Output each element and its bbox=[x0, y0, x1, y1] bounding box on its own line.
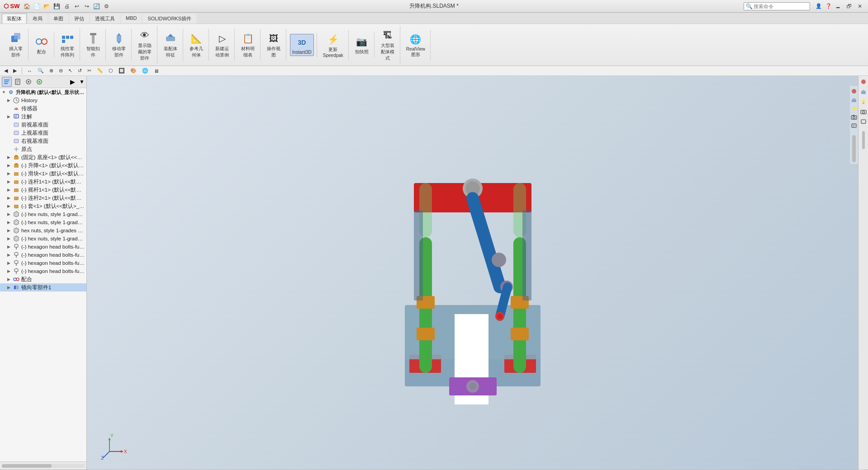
user-icon[interactable]: 👤 bbox=[816, 3, 822, 9]
appearance-btn[interactable]: 🎨 bbox=[128, 67, 139, 75]
show-hide-btn[interactable]: 👁 显示隐藏的零部件 bbox=[135, 27, 154, 63]
new-btn[interactable]: 📄 bbox=[33, 2, 42, 11]
rp-camera-btn[interactable] bbox=[859, 108, 868, 116]
insert-component-btn[interactable]: 插入零部件 bbox=[6, 30, 25, 60]
ft-config-manager-btn[interactable] bbox=[24, 77, 33, 87]
rebuild-btn[interactable]: 🔄 bbox=[92, 2, 101, 11]
rp-light-btn[interactable] bbox=[859, 98, 868, 106]
display-mode-btn[interactable]: 🖥 bbox=[152, 67, 161, 75]
section-view-btn[interactable]: ✂ bbox=[85, 67, 94, 75]
wireframe-btn[interactable]: ⬡ bbox=[106, 67, 115, 75]
ft-hexbolt3-item[interactable]: ▶ (-) hexagon head bolts-full threa... bbox=[0, 259, 86, 267]
zoom-fit-btn[interactable]: 🔍 bbox=[35, 67, 46, 75]
measure-btn[interactable]: 📏 bbox=[95, 67, 105, 75]
search-box[interactable]: 🔍 bbox=[744, 2, 810, 10]
snapshot-btn[interactable]: 📷 拍快照 bbox=[352, 33, 371, 56]
ft-hexnut3-item[interactable]: ▶ hex nuts, style 1-grades ab gl... bbox=[0, 226, 86, 235]
ft-property-manager-btn[interactable] bbox=[13, 77, 23, 87]
ft-lift-item[interactable]: ▶ (-) 升降<1> (默认<<默认>_显示状... bbox=[0, 161, 86, 169]
redo-btn[interactable]: ↪ bbox=[82, 2, 91, 11]
restore-btn[interactable]: 🗗 bbox=[844, 2, 854, 11]
ft-filter-icon[interactable]: ▼ bbox=[79, 79, 85, 85]
help-icon[interactable]: ❓ bbox=[825, 3, 832, 9]
ft-sleeve-icon bbox=[13, 202, 20, 210]
ft-sensor-item[interactable]: 传感器 bbox=[0, 104, 86, 113]
bom-btn[interactable]: 📋 材料明细表 bbox=[238, 30, 257, 60]
ft-mirror-icon bbox=[13, 284, 20, 291]
move-component-btn[interactable]: 移动零部件 bbox=[109, 30, 128, 60]
rp-scene-btn[interactable] bbox=[859, 88, 868, 96]
ft-history-item[interactable]: ▶ History bbox=[0, 96, 86, 104]
ft-slider-arrow: ▶ bbox=[7, 171, 13, 176]
rp-display-state-btn[interactable] bbox=[859, 118, 868, 126]
ft-right-plane-item[interactable]: 右视基准面 bbox=[0, 137, 86, 145]
ft-hexbolt2-item[interactable]: ▶ (-) hexagon head bolts-full threa... bbox=[0, 251, 86, 259]
ft-base-item[interactable]: ▶ (固定) 底座<1> (默认<<默认>_显示状... bbox=[0, 153, 86, 161]
new-motion-btn[interactable]: ▷ 新建运动算例 bbox=[213, 30, 232, 60]
rp-appearance-btn[interactable] bbox=[859, 78, 868, 86]
ft-link2-label: (-) 连杆2<1> (默认<<默认>_显示状... bbox=[21, 195, 85, 202]
tab-plugins[interactable]: SOLIDWORKS插件 bbox=[142, 14, 196, 24]
tab-layout[interactable]: 布局 bbox=[28, 14, 47, 24]
smart-fastener-btn[interactable]: 智能扣件 bbox=[84, 30, 103, 60]
ft-top-plane-item[interactable]: 上视基准面 bbox=[0, 129, 86, 137]
rp-scroll-indicator[interactable] bbox=[862, 131, 865, 149]
ft-link1-item[interactable]: ▶ (-) 连杆1<1> (默认<<默认>_显示状... bbox=[0, 178, 86, 186]
ft-hexbolt4-item[interactable]: ▶ (-) hexagon head bolts-full threa... bbox=[0, 267, 86, 275]
ft-hexnut2-item[interactable]: ▶ (-) hex nuts, style 1-grades ab gl... bbox=[0, 218, 86, 226]
pan-btn[interactable]: ↔ bbox=[25, 67, 34, 75]
open-btn[interactable]: 📂 bbox=[43, 2, 52, 11]
view-operation-btn[interactable]: 🖼 操作视图 bbox=[264, 30, 283, 60]
forward-btn[interactable]: ▶ bbox=[11, 67, 19, 75]
close-btn[interactable]: ✕ bbox=[855, 2, 864, 11]
ft-link2-item[interactable]: ▶ (-) 连杆2<1> (默认<<默认>_显示状... bbox=[0, 194, 86, 202]
home-btn[interactable]: 🏠 bbox=[23, 2, 32, 11]
ft-scrollbar-thumb[interactable] bbox=[2, 464, 52, 468]
ft-sleeve-item[interactable]: ▶ (-) 套<1> (默认<<默认>_显示状态... bbox=[0, 202, 86, 210]
ft-slider-item[interactable]: ▶ (-) 滑块<1> (默认<<默认>_显示状... bbox=[0, 169, 86, 178]
ft-hexbolt1-item[interactable]: ▶ (-) hexagon head bolts-full threa... bbox=[0, 243, 86, 251]
minimize-btn[interactable]: 🗕 bbox=[834, 2, 843, 11]
viewport[interactable]: X Y Z bbox=[87, 76, 858, 470]
solidworks-logo: ⬡ SW bbox=[4, 3, 20, 9]
ft-hexnut1-item[interactable]: ▶ (-) hex nuts, style 1-grades ab gl... bbox=[0, 210, 86, 218]
search-input[interactable] bbox=[754, 4, 808, 9]
ref-geometry-btn[interactable]: 📐 参考几何体 bbox=[187, 30, 206, 60]
mate-btn[interactable]: 配合 bbox=[32, 33, 51, 56]
assembly-feature-btn[interactable]: 装配体特征 bbox=[161, 30, 180, 60]
large-assembly-btn[interactable]: 🏗 大型装配体模式 bbox=[378, 27, 397, 63]
ft-feature-manager-btn[interactable] bbox=[2, 77, 12, 87]
ft-mate-item[interactable]: ▶ 配合 bbox=[0, 275, 86, 283]
select-btn[interactable]: ↖ bbox=[66, 67, 75, 75]
ft-annotation-item[interactable]: ▶ 注解 bbox=[0, 113, 86, 121]
ft-expand-btn[interactable]: ▶ bbox=[67, 77, 77, 87]
ft-origin-item[interactable]: 原点 bbox=[0, 145, 86, 153]
shaded-btn[interactable]: 🔲 bbox=[116, 67, 127, 75]
back-btn[interactable]: ◀ bbox=[2, 67, 10, 75]
print-btn[interactable]: 🖨 bbox=[62, 2, 71, 11]
rotate-btn[interactable]: ↺ bbox=[76, 67, 84, 75]
tab-drawing[interactable]: 单图 bbox=[48, 14, 68, 24]
tab-evaluate[interactable]: 评估 bbox=[69, 14, 89, 24]
ft-root-arrow: ▼ bbox=[2, 90, 7, 94]
undo-btn[interactable]: ↩ bbox=[72, 2, 81, 11]
options-btn[interactable]: ⚙ bbox=[102, 2, 111, 11]
ft-mirror-item[interactable]: ▶ 镜向零部件1 bbox=[0, 283, 86, 291]
ft-hexnut4-item[interactable]: ▶ (-) hex nuts, style 1-grades ab gl... bbox=[0, 235, 86, 243]
ft-front-plane-item[interactable]: 前视基准面 bbox=[0, 121, 86, 129]
realview-btn[interactable]: 🌐 RealView图形 bbox=[404, 31, 427, 59]
save-btn[interactable]: 💾 bbox=[52, 2, 62, 11]
tab-assembly[interactable]: 装配体 bbox=[2, 14, 27, 24]
zoom-in-btn[interactable]: ⊕ bbox=[47, 67, 56, 75]
ft-root-item[interactable]: ▼ ⚙ 升降机构 (默认<默认_显示状态-1>) bbox=[0, 88, 86, 96]
instant3d-btn[interactable]: 3D Instant3D bbox=[290, 34, 314, 56]
update-speedpak-btn[interactable]: ⚡ 更新Speedpak bbox=[321, 31, 346, 59]
scene-btn[interactable]: 🌐 bbox=[140, 67, 151, 75]
zoom-out-btn[interactable]: ⊖ bbox=[57, 67, 65, 75]
linear-pattern-btn[interactable]: 线性零件阵列 bbox=[58, 30, 77, 60]
ft-display-manager-btn[interactable] bbox=[34, 77, 44, 87]
ft-scrollbar[interactable] bbox=[2, 464, 85, 468]
ft-rocker1-item[interactable]: ▶ (-) 摇杆1<1> (默认<<默认>_显示状... bbox=[0, 186, 86, 194]
tab-mbd[interactable]: MBD bbox=[121, 14, 142, 24]
tab-perspective[interactable]: 透视工具 bbox=[90, 14, 120, 24]
